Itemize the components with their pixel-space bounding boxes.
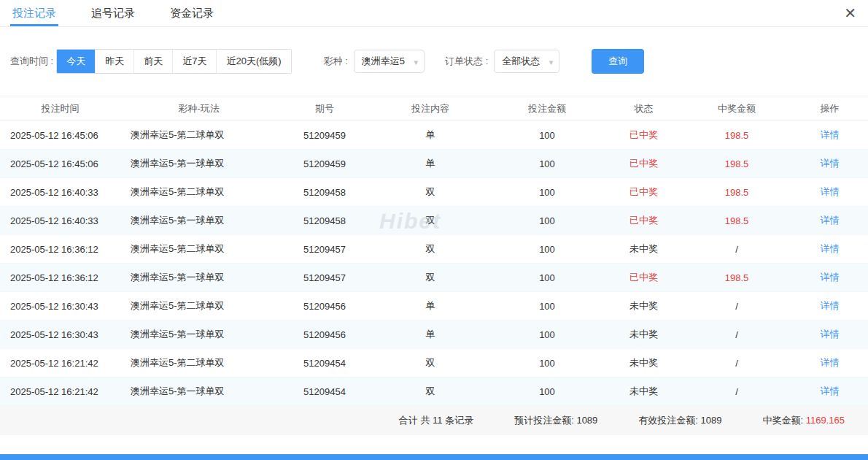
summary-bar: 合计 共 11 条记录 预计投注金额: 1089 有效投注金额: 1089 中奖… — [0, 406, 868, 435]
detail-link[interactable]: 详情 — [821, 243, 840, 254]
table-row: 2025-05-12 16:45:06澳洲幸运5-第二球单双51209459单1… — [0, 121, 868, 150]
cell-bet-time: 2025-05-12 16:36:12 — [0, 235, 120, 264]
lottery-label: 彩种 : — [324, 55, 348, 68]
cell-play: 澳洲幸运5-第一球单双 — [120, 321, 277, 349]
cell-win-amount: 198.5 — [682, 264, 791, 292]
detail-link[interactable]: 详情 — [821, 186, 840, 197]
detail-link[interactable]: 详情 — [821, 129, 840, 140]
lottery-select[interactable]: 澳洲幸运5 ▾ — [354, 50, 425, 73]
cell-status: 已中奖 — [605, 121, 682, 150]
cell-win-amount: 198.5 — [682, 207, 791, 235]
cell-win-amount: 198.5 — [682, 121, 791, 150]
header-status: 状态 — [605, 96, 682, 121]
cell-play: 澳洲幸运5-第二球单双 — [120, 235, 277, 264]
query-button[interactable]: 查询 — [592, 49, 644, 74]
cell-amount: 100 — [489, 292, 605, 321]
time-option-day-before[interactable]: 前天 — [133, 50, 172, 73]
cell-content: 单 — [372, 150, 489, 178]
cell-play: 澳洲幸运5-第二球单双 — [120, 292, 277, 321]
header-win-amount: 中奖金额 — [682, 96, 791, 121]
detail-link[interactable]: 详情 — [821, 386, 840, 396]
tab-funds-records[interactable]: 资金记录 — [168, 0, 216, 26]
chevron-down-icon: ▾ — [549, 51, 554, 73]
cell-amount: 100 — [489, 178, 605, 207]
cell-bet-time: 2025-05-12 16:30:43 — [0, 292, 120, 321]
cell-win-amount: / — [682, 377, 791, 406]
cell-issue: 51209456 — [277, 321, 372, 349]
records-table-body: 2025-05-12 16:45:06澳洲幸运5-第二球单双51209459单1… — [0, 121, 868, 406]
cell-content: 双 — [372, 264, 489, 292]
cell-content: 双 — [372, 377, 489, 406]
table-row: 2025-05-12 16:21:42澳洲幸运5-第二球单双51209454双1… — [0, 349, 868, 377]
detail-link[interactable]: 详情 — [821, 357, 840, 368]
detail-link[interactable]: 详情 — [821, 329, 840, 340]
bottom-accent-bar — [0, 454, 868, 460]
cell-issue: 51209458 — [277, 207, 372, 235]
cell-action: 详情 — [791, 292, 868, 321]
time-option-20days[interactable]: 近20天(低频) — [216, 50, 290, 73]
cell-win-amount: 198.5 — [682, 150, 791, 178]
cell-play: 澳洲幸运5-第二球单双 — [120, 121, 277, 150]
table-row: 2025-05-12 16:45:06澳洲幸运5-第一球单双51209459单1… — [0, 150, 868, 178]
cell-action: 详情 — [791, 377, 868, 406]
order-status-label: 订单状态 : — [445, 55, 488, 68]
records-table-header: 投注时间 彩种-玩法 期号 投注内容 投注金额 状态 中奖金额 操作 — [0, 96, 868, 121]
header-bet-time: 投注时间 — [0, 96, 120, 121]
cell-action: 详情 — [791, 178, 868, 207]
cell-play: 澳洲幸运5-第二球单双 — [120, 178, 277, 207]
lottery-select-value: 澳洲幸运5 — [362, 55, 405, 66]
summary-expected-amount: 预计投注金额: 1089 — [514, 414, 597, 427]
cell-amount: 100 — [489, 207, 605, 235]
time-option-today[interactable]: 今天 — [57, 50, 95, 73]
cell-issue: 51209457 — [277, 235, 372, 264]
query-time-label: 查询时间 : — [10, 55, 53, 68]
table-row: 2025-05-12 16:40:33澳洲幸运5-第二球单双51209458双1… — [0, 178, 868, 207]
header-issue: 期号 — [277, 96, 372, 121]
summary-win-label: 中奖金额: — [763, 415, 806, 426]
cell-amount: 100 — [489, 150, 605, 178]
cell-issue: 51209458 — [277, 178, 372, 207]
cell-win-amount: / — [682, 321, 791, 349]
detail-link[interactable]: 详情 — [821, 300, 840, 311]
cell-win-amount: / — [682, 349, 791, 377]
cell-content: 单 — [372, 321, 489, 349]
cell-win-amount: / — [682, 292, 791, 321]
cell-play: 澳洲幸运5-第一球单双 — [120, 150, 277, 178]
header-amount: 投注金额 — [489, 96, 605, 121]
cell-amount: 100 — [489, 121, 605, 150]
cell-content: 双 — [372, 178, 489, 207]
time-range-group: 今天 昨天 前天 近7天 近20天(低频) — [56, 49, 291, 74]
time-option-7days[interactable]: 近7天 — [172, 50, 216, 73]
tab-betting-records[interactable]: 投注记录 — [10, 0, 58, 26]
cell-action: 详情 — [791, 349, 868, 377]
cell-play: 澳洲幸运5-第一球单双 — [120, 207, 277, 235]
cell-status: 未中奖 — [605, 349, 682, 377]
cell-status: 已中奖 — [605, 207, 682, 235]
cell-status: 未中奖 — [605, 321, 682, 349]
cell-issue: 51209454 — [277, 377, 372, 406]
cell-status: 未中奖 — [605, 377, 682, 406]
order-status-select-value: 全部状态 — [502, 55, 540, 66]
order-status-select[interactable]: 全部状态 ▾ — [494, 50, 559, 73]
cell-content: 双 — [372, 349, 489, 377]
cell-bet-time: 2025-05-12 16:21:42 — [0, 377, 120, 406]
cell-bet-time: 2025-05-12 16:30:43 — [0, 321, 120, 349]
cell-amount: 100 — [489, 264, 605, 292]
header-play: 彩种-玩法 — [120, 96, 277, 121]
cell-issue: 51209459 — [277, 121, 372, 150]
header-action: 操作 — [791, 96, 868, 121]
cell-bet-time: 2025-05-12 16:45:06 — [0, 150, 120, 178]
detail-link[interactable]: 详情 — [821, 158, 840, 169]
cell-content: 双 — [372, 207, 489, 235]
cell-amount: 100 — [489, 235, 605, 264]
table-row: 2025-05-12 16:36:12澳洲幸运5-第一球单双51209457双1… — [0, 264, 868, 292]
detail-link[interactable]: 详情 — [821, 272, 840, 283]
cell-issue: 51209459 — [277, 150, 372, 178]
close-icon[interactable]: ✕ — [844, 4, 856, 23]
detail-link[interactable]: 详情 — [821, 215, 840, 226]
summary-total: 合计 共 11 条记录 — [399, 414, 473, 427]
filter-bar: 查询时间 : 今天 昨天 前天 近7天 近20天(低频) 彩种 : 澳洲幸运5 … — [0, 27, 868, 96]
tab-chase-records[interactable]: 追号记录 — [89, 0, 137, 26]
time-option-yesterday[interactable]: 昨天 — [95, 50, 133, 73]
summary-valid-amount: 有效投注金额: 1089 — [638, 414, 721, 427]
